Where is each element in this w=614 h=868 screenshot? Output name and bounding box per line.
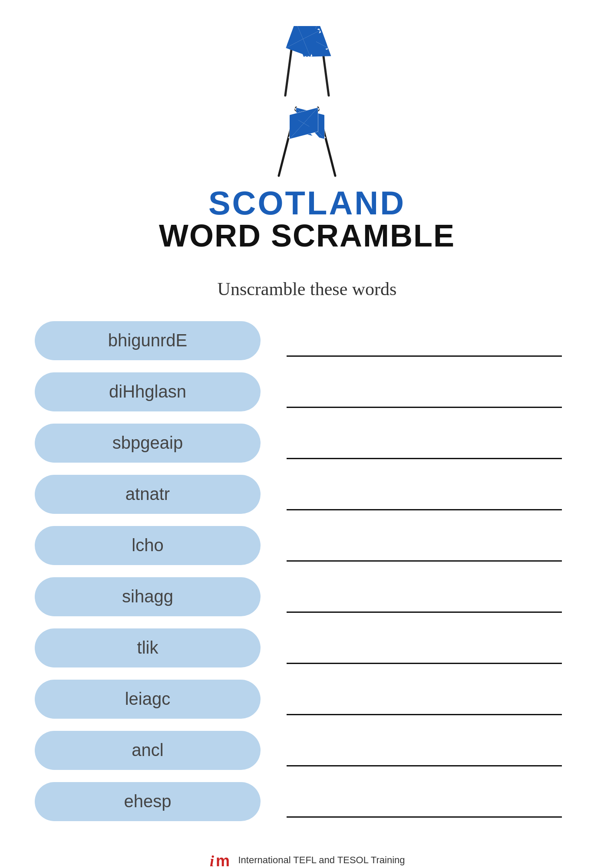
itti-logo-icon: i m — [209, 851, 233, 868]
word-row: leiagc — [35, 680, 579, 719]
logo-area: SCOTLAND WORD SCRAMBLE — [159, 26, 455, 253]
word-row: ancl — [35, 731, 579, 770]
answer-line-container — [261, 731, 579, 770]
answer-line-container — [261, 628, 579, 667]
word-row: tlik — [35, 628, 579, 667]
scrambled-word-pill: tlik — [35, 628, 261, 667]
answer-line-container — [261, 424, 579, 463]
answer-line — [287, 560, 562, 562]
scrambled-word-pill: ancl — [35, 731, 261, 770]
scrambled-word-pill: sbpgeaip — [35, 424, 261, 463]
scotland-flags-icon — [259, 26, 355, 100]
words-section: bhigunrdEdiHhglasnsbpgeaipatnatrlchosiha… — [35, 321, 579, 833]
answer-line-container — [261, 577, 579, 616]
answer-line — [287, 765, 562, 766]
flags-container — [259, 26, 355, 100]
answer-line — [287, 458, 562, 459]
scrambled-word-pill: ehesp — [35, 782, 261, 821]
answer-line — [287, 714, 562, 715]
footer: i m International TEFL and TESOL Trainin… — [209, 833, 405, 868]
scrambled-word-pill: sihagg — [35, 577, 261, 616]
answer-line-container — [261, 782, 579, 821]
svg-text:m: m — [216, 852, 230, 868]
answer-line — [287, 612, 562, 613]
word-row: sihagg — [35, 577, 579, 616]
scrambled-word-pill: atnatr — [35, 475, 261, 514]
word-row: sbpgeaip — [35, 424, 579, 463]
answer-line — [287, 663, 562, 664]
subtitle: Unscramble these words — [218, 279, 397, 299]
answer-line-container — [261, 321, 579, 360]
answer-line-container — [261, 680, 579, 719]
page-container: SCOTLAND WORD SCRAMBLE Unscramble these … — [0, 0, 614, 868]
word-row: bhigunrdE — [35, 321, 579, 360]
footer-text: International TEFL and TESOL Training — [238, 855, 405, 866]
answer-line-container — [261, 372, 579, 411]
word-row: atnatr — [35, 475, 579, 514]
answer-line — [287, 355, 562, 357]
title-scotland: SCOTLAND — [208, 187, 406, 220]
scrambled-word-pill: lcho — [35, 526, 261, 565]
svg-text:i: i — [210, 852, 214, 868]
scrambled-word-pill: diHhglasn — [35, 372, 261, 411]
answer-line-container — [261, 475, 579, 514]
scrambled-word-pill: bhigunrdE — [35, 321, 261, 360]
title-word-scramble: WORD SCRAMBLE — [159, 220, 455, 253]
word-row: ehesp — [35, 782, 579, 821]
scrambled-word-pill: leiagc — [35, 680, 261, 719]
answer-line — [287, 407, 562, 408]
crossed-flags-svg — [255, 104, 359, 182]
word-row: diHhglasn — [35, 372, 579, 411]
answer-line — [287, 509, 562, 510]
answer-line — [287, 816, 562, 818]
word-row: lcho — [35, 526, 579, 565]
answer-line-container — [261, 526, 579, 565]
